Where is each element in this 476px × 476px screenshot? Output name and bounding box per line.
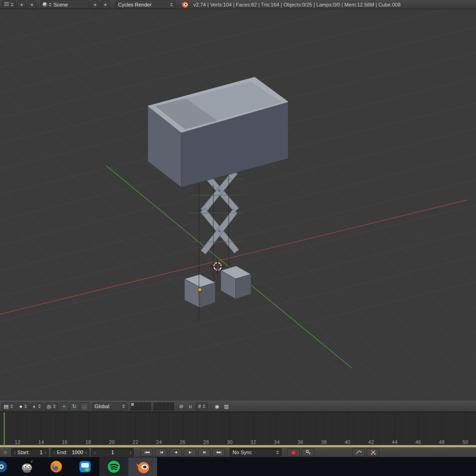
current-frame-indicator[interactable] [4,412,5,445]
layers-widget[interactable] [131,403,174,410]
layer-toggle[interactable] [143,403,147,406]
play-reverse-button[interactable]: ◀ [169,448,182,456]
pivot-icon: ◎ [47,403,52,410]
frame-number-label: 48 [439,439,444,445]
chevron-right-icon: › [45,450,46,455]
current-frame-field[interactable]: ‹ 1 › [91,448,134,456]
end-value: 1000 [69,450,83,455]
layer-toggle[interactable] [131,407,134,410]
delete-keyframe-button[interactable] [367,448,379,456]
opengl-render-animation-icon[interactable]: ▥ [222,403,230,410]
layer-toggle[interactable] [166,407,170,410]
manipulator-scale-button[interactable]: □ [80,402,89,411]
record-button[interactable] [287,448,300,456]
add-layout-button[interactable]: + [17,0,26,8]
delete-layout-button[interactable]: × [27,0,36,8]
chevron-left-icon: ‹ [94,450,95,455]
layer-toggle[interactable] [135,407,139,410]
next-keyframe-button[interactable]: ▶| [198,448,211,456]
lock-icon[interactable]: ⊘ [177,403,185,410]
layer-toggle[interactable] [131,403,134,406]
snap-element-dropdown[interactable]: # [196,403,208,410]
viewport-header-toolbar: ▤ ● ◐ ◎ + ↻ □ Global ⊘ ∪ # ◉ ▥ [0,401,476,412]
scene-name: Scene [53,2,87,7]
layer-toggle[interactable] [162,403,165,406]
taskbar-spotify[interactable] [99,457,128,476]
jump-to-start-button[interactable]: |◀◀ [140,448,153,456]
opengl-render-camera-icon[interactable]: ◉ [213,403,221,410]
chevron-left-icon: ‹ [14,450,15,455]
layer-toggle[interactable] [170,403,174,406]
taskbar-steam[interactable] [0,457,13,476]
shading-sphere-icon: ◐ [33,403,36,409]
frame-number-label: 20 [109,439,114,445]
engine-name: Cycles Render [118,2,152,7]
layer-toggle[interactable] [166,403,170,406]
editor-type-dropdown[interactable] [2,0,16,8]
timeline-tick [312,412,312,445]
manipulator-rotate-button[interactable]: ↻ [70,402,79,411]
layer-toggle[interactable] [135,403,139,406]
3d-view-editor-icon: ▤ [4,403,8,410]
layer-toggle[interactable] [158,403,161,406]
scene-canvas [0,9,476,401]
sync-mode-dropdown[interactable]: No Sync [230,448,282,456]
render-engine-dropdown[interactable]: Cycles Render [116,0,175,8]
insert-keyframe-button[interactable] [352,448,365,456]
layer-toggle[interactable] [147,403,151,406]
layer-toggle[interactable] [162,407,165,410]
viewport-shading-dropdown[interactable]: ◐ [31,403,43,410]
timeline-tick [406,412,407,445]
grid-lines [0,9,476,401]
timeline-ruler[interactable]: 1012141618202224262830323436384042444648… [0,412,476,445]
frame-number-label: 24 [156,439,162,445]
delete-scene-button[interactable]: × [101,0,110,8]
viewport-3d[interactable] [0,9,476,401]
frame-start-field[interactable]: ‹ Start: 1 › [11,448,49,456]
chevron-updown-icon [49,3,52,7]
bluestacks-icon [78,460,92,474]
prev-keyframe-button[interactable]: |◀ [155,448,167,456]
chevron-updown-icon [11,3,13,7]
timeline-tick [336,412,336,445]
transform-orientation-dropdown[interactable]: Global [92,403,127,410]
manipulator-translate-button[interactable]: + [60,402,68,411]
base-cube-right [221,266,251,299]
frame-number-label: 30 [227,439,232,445]
taskbar [0,457,476,476]
layer-toggle[interactable] [147,407,151,410]
jump-to-end-button[interactable]: ▶▶| [212,448,225,456]
taskbar-firefox[interactable] [42,457,71,476]
taskbar-blender[interactable] [128,457,157,476]
layer-toggle[interactable] [170,407,174,410]
timeline-editor-icon[interactable]: ◷ [1,449,9,456]
layer-toggle[interactable] [139,407,143,410]
scene-dropdown[interactable]: Scene [40,0,89,8]
timeline-tick [289,412,289,445]
layer-toggle[interactable] [153,407,157,410]
pivot-point-dropdown[interactable]: ◎ [45,403,59,410]
layer-toggle[interactable] [143,407,147,410]
keying-set-button[interactable] [302,448,314,456]
layer-toggle[interactable] [139,403,143,406]
interaction-mode-dropdown[interactable]: ● [17,403,29,410]
viewport-editor-dropdown[interactable]: ▤ [1,403,15,410]
taskbar-bluestacks[interactable] [71,457,99,476]
layer-toggle[interactable] [153,403,157,406]
object-origin-dot [198,288,202,291]
snap-magnet-icon[interactable]: ∪ [186,403,194,410]
layer-toggle[interactable] [158,407,161,410]
timeline-tick [76,412,77,445]
taskbar-gimp[interactable] [13,457,42,476]
frame-end-field[interactable]: ‹ End: 1000 › [51,448,89,456]
fcurve-icon [356,450,362,455]
current-frame-value: 1 [111,450,114,455]
start-value: 1 [32,450,43,455]
gimp-icon [20,460,34,474]
play-button[interactable]: ▶ [184,448,196,456]
frame-number-label: 42 [368,439,374,445]
timeline-tick [218,412,218,445]
record-icon [291,450,296,455]
add-scene-button[interactable]: + [91,0,99,8]
timeline-tick [241,412,242,445]
